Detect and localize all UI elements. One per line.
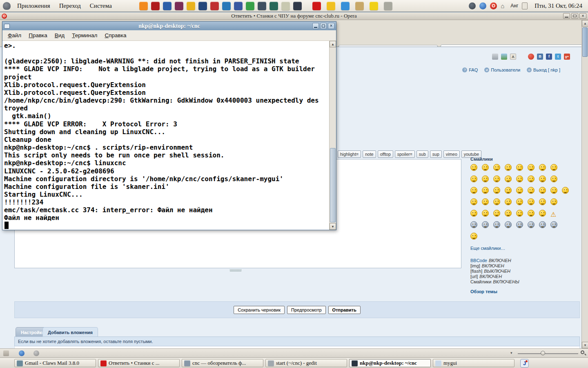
- database-icon[interactable]: [234, 2, 243, 10]
- vlc-icon[interactable]: [139, 2, 148, 10]
- notes-icon[interactable]: [281, 2, 290, 10]
- terminal-scrollbar-thumb[interactable]: [330, 148, 336, 222]
- vertical-scrollbar[interactable]: [581, 20, 588, 348]
- opera-tray-icon[interactable]: [490, 2, 497, 9]
- share-icon[interactable]: [528, 54, 534, 60]
- topic-review-link[interactable]: Обзор темы: [470, 289, 497, 294]
- keyboard-layout-indicator[interactable]: Анг: [510, 3, 518, 9]
- smiley-icon[interactable]: [505, 175, 512, 182]
- users-link[interactable]: Пользователи: [484, 67, 520, 72]
- image-icon[interactable]: [501, 54, 507, 60]
- smiley-icon[interactable]: [562, 187, 569, 194]
- chrome-icon[interactable]: [246, 2, 254, 10]
- save-draft-button[interactable]: Сохранить черновик: [234, 306, 285, 314]
- video-icon[interactable]: [270, 2, 278, 10]
- close-button[interactable]: [579, 13, 586, 19]
- smiley-icon[interactable]: [505, 164, 512, 171]
- smiley-icon[interactable]: [493, 210, 500, 217]
- media-player-icon[interactable]: [163, 2, 172, 10]
- facebook-icon[interactable]: [546, 54, 552, 60]
- smiley-icon[interactable]: [470, 164, 477, 171]
- smiley-icon[interactable]: [550, 187, 557, 194]
- submit-button[interactable]: Отправить: [328, 306, 361, 314]
- terminal-close-button[interactable]: [328, 23, 334, 29]
- java-tray-icon[interactable]: [520, 359, 529, 368]
- monitor-icon[interactable]: [258, 2, 266, 10]
- text-size-icon[interactable]: [510, 54, 516, 60]
- smiley-icon[interactable]: [482, 210, 489, 217]
- status-label[interactable]: BBCode: [470, 258, 487, 263]
- panels-toggle-icon[interactable]: [3, 350, 9, 356]
- smiley-icon[interactable]: [470, 175, 477, 182]
- zoom-menu-caret-icon[interactable]: [510, 351, 512, 355]
- smiley-icon[interactable]: [539, 187, 546, 194]
- globe-icon[interactable]: [222, 2, 231, 10]
- update-notifier-icon[interactable]: [479, 2, 486, 9]
- smiley-icon[interactable]: [550, 175, 557, 182]
- smiley-icon[interactable]: [505, 187, 512, 194]
- opera-launcher-icon[interactable]: [312, 2, 321, 10]
- package-icon[interactable]: [355, 2, 364, 10]
- smiley-icon[interactable]: [516, 187, 523, 194]
- power-manager-icon[interactable]: [469, 2, 476, 9]
- hardware-smiley-icon[interactable]: [505, 221, 512, 228]
- smiley-launcher-icon[interactable]: [327, 2, 335, 10]
- menu-help[interactable]: Справка: [101, 31, 130, 40]
- smiley-icon[interactable]: [470, 233, 477, 240]
- hardware-smiley-icon[interactable]: [470, 221, 477, 228]
- menu-edit[interactable]: Правка: [25, 31, 51, 40]
- smiley-icon[interactable]: [539, 210, 546, 217]
- scroll-up-icon[interactable]: [582, 20, 588, 27]
- terminal-minimize-button[interactable]: [312, 23, 319, 29]
- taskbar-item[interactable]: nkp@nkp-desktop: ~/cnc: [349, 359, 431, 367]
- diamond-icon[interactable]: [341, 2, 350, 10]
- smiley-icon[interactable]: [516, 198, 523, 205]
- terminal-scroll-down-icon[interactable]: [330, 223, 336, 230]
- print-icon[interactable]: [492, 54, 498, 60]
- smiley-icon[interactable]: [528, 187, 535, 194]
- menu-view[interactable]: Вид: [51, 31, 68, 40]
- smiley-icon[interactable]: [539, 175, 546, 182]
- magnifier-icon[interactable]: [581, 350, 584, 354]
- zoom-slider-knob[interactable]: [541, 351, 545, 355]
- smiley-icon[interactable]: [528, 198, 535, 205]
- smiley-icon[interactable]: [550, 198, 557, 205]
- smiley-icon[interactable]: [493, 164, 500, 171]
- bbcode-button-sup[interactable]: sup: [430, 150, 442, 158]
- menu-file[interactable]: Файл: [4, 31, 25, 40]
- filezilla-icon[interactable]: [151, 2, 160, 10]
- smiley-icon[interactable]: [528, 164, 535, 171]
- minimize-button[interactable]: [563, 13, 570, 19]
- user-app-icon[interactable]: [187, 2, 195, 10]
- more-smilies-link[interactable]: Еще смайлики…: [470, 246, 505, 251]
- terminal-scroll-up-icon[interactable]: [330, 41, 336, 47]
- taskbar-item[interactable]: mygui: [433, 359, 514, 367]
- smiley-icon[interactable]: [493, 198, 500, 205]
- display-icon[interactable]: [293, 2, 302, 10]
- smiley-icon[interactable]: [493, 175, 500, 182]
- terminal-maximize-button[interactable]: [320, 23, 327, 29]
- radiation-icon[interactable]: [370, 2, 378, 10]
- scrollbar-thumb[interactable]: [582, 27, 588, 57]
- smiley-icon[interactable]: [482, 164, 489, 171]
- list-icon[interactable]: [384, 2, 392, 10]
- bbcode-button-sub[interactable]: sub: [416, 150, 428, 158]
- panel-menu-applications[interactable]: Приложения: [13, 1, 55, 11]
- smiley-icon[interactable]: [539, 164, 546, 171]
- smiley-icon[interactable]: [516, 175, 523, 182]
- taskbar-item[interactable]: Gmail - Claws Mail 3.8.0: [14, 359, 96, 367]
- smiley-icon[interactable]: [482, 198, 489, 205]
- googleplus-icon[interactable]: [564, 54, 570, 60]
- vk-icon[interactable]: [537, 54, 543, 60]
- smiley-icon[interactable]: [550, 164, 557, 171]
- hardware-smiley-icon[interactable]: [482, 221, 489, 228]
- smiley-icon[interactable]: [516, 210, 523, 217]
- hardware-smiley-icon[interactable]: [493, 221, 500, 228]
- clipboard-icon[interactable]: [522, 2, 528, 9]
- pill-icon[interactable]: [210, 2, 219, 10]
- smiley-icon[interactable]: [505, 210, 512, 217]
- textarea-resize-handle[interactable]: [230, 269, 241, 272]
- restore-button[interactable]: [571, 13, 578, 19]
- preview-button[interactable]: Предпросмотр: [287, 306, 326, 314]
- tab-attachments[interactable]: Добавить вложения: [42, 327, 98, 337]
